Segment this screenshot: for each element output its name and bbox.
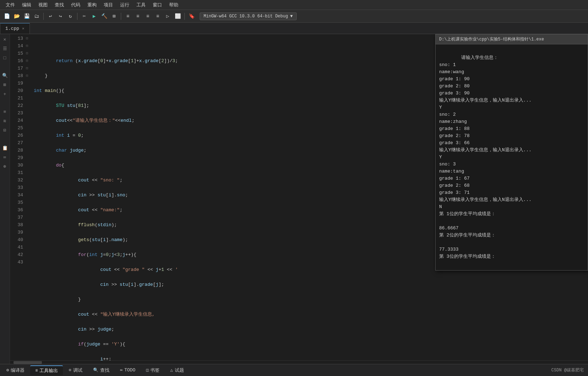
menu-run[interactable]: 运行	[117, 1, 132, 9]
step-over-btn[interactable]: ▷	[163, 12, 172, 21]
code-line-21: do{	[34, 162, 246, 169]
gutter-icon-7[interactable]: ≡	[1, 108, 9, 116]
code-scroll-wrap: 13 14 15 16 17 18 19 20 21 22 23 24 25 2…	[10, 34, 246, 364]
bottom-tab-search-label: 查找	[100, 367, 109, 374]
menu-view[interactable]: 视图	[36, 1, 50, 9]
fold-gutter: ⊟ ⊟ ⊟ ⊟ ⊟	[26, 34, 32, 364]
gutter-icon-5[interactable]: ⊞	[1, 81, 9, 89]
code-line-20: char judge;	[34, 147, 246, 154]
editor-area: 13 14 15 16 17 18 19 20 21 22 23 24 25 2…	[10, 34, 588, 364]
bottom-tab-exam-label: 试题	[175, 367, 184, 374]
todo-icon: ≔	[120, 367, 123, 373]
code-line-26: gets(stu[i].name);	[34, 236, 246, 244]
redo-btn[interactable]: ↪	[56, 12, 65, 21]
bookmark-btn[interactable]: 🔖	[187, 12, 196, 21]
sep1	[43, 13, 44, 20]
bottom-tab-todo[interactable]: ≔ TODO	[115, 366, 140, 374]
code-line-22: cout << "sno: ";	[34, 176, 246, 184]
bottom-tab-compiler[interactable]: ⚙ 编译器	[1, 366, 29, 375]
bottom-tab-tooloutput[interactable]: ≡ 工具输出	[30, 365, 63, 375]
menu-help[interactable]: 帮助	[166, 1, 181, 9]
gutter-icon-10[interactable]: 📋	[1, 144, 9, 152]
search-icon: 🔍	[93, 367, 98, 373]
tab-close-btn[interactable]: ×	[22, 27, 25, 31]
debug-icon: ⊙	[69, 367, 71, 373]
code-line-16: int main(){	[34, 87, 246, 94]
code-line-27: for(int j=0;j<3;j++){	[34, 251, 246, 258]
stop-btn[interactable]: ⬜	[173, 12, 182, 21]
run-btn[interactable]: ▶	[90, 12, 99, 21]
bottom-tab-exam[interactable]: △ 试题	[165, 366, 189, 375]
menu-edit[interactable]: 编辑	[19, 1, 34, 9]
bottom-tab-debug[interactable]: ⊙ 调试	[64, 366, 87, 375]
bottom-bar: ⚙ 编译器 ≡ 工具输出 ⊙ 调试 🔍 查找 ≔ TODO ◫ 书签 △ 试题 …	[0, 364, 588, 376]
save-all-btn[interactable]: 🗂	[32, 12, 41, 21]
scrollbar-horizontal[interactable]	[10, 360, 588, 364]
bottom-tab-bookmark[interactable]: ◫ 书签	[141, 366, 164, 375]
code-line-23: cin >> stu[i].sno;	[34, 191, 246, 199]
bottom-tab-debug-label: 调试	[73, 367, 82, 374]
code-content[interactable]: return (x.grade[0]+x.grade[1]+x.grade[2]…	[32, 34, 246, 364]
tabbar: 1.cpp ×	[0, 23, 588, 34]
open-btn[interactable]: 📂	[12, 12, 21, 21]
indent-btn[interactable]: ≡	[133, 12, 142, 21]
build-config[interactable]: MinGW-w64 GCC 10.3.0 64-bit Debug ▼	[200, 12, 297, 20]
menu-tools[interactable]: 工具	[134, 1, 149, 9]
menu-code[interactable]: 代码	[68, 1, 83, 9]
gutter-icon-3[interactable]: □	[1, 54, 9, 62]
bottom-tab-search[interactable]: 🔍 查找	[88, 366, 114, 375]
gutter-icon-12[interactable]: ⊕	[1, 163, 9, 170]
config-label: MinGW-w64 GCC 10.3.0 64-bit Debug	[204, 14, 288, 19]
code-line-14: return (x.grade[0]+x.grade[1]+x.grade[2]…	[34, 57, 246, 65]
save-btn[interactable]: 💾	[22, 12, 31, 21]
tab-filename: 1.cpp	[5, 26, 19, 31]
format-btn[interactable]: ≡	[123, 12, 133, 21]
left-gutter: ✕ ☰ □ 🔍 ⊞ + ≡ ≋ ⊡ 📋 ≔ ⊕	[0, 34, 10, 364]
menubar: 文件 编辑 视图 查找 代码 重构 项目 运行 工具 窗口 帮助	[0, 0, 588, 10]
terminal-title: D:\上机课实验作业\cpp\实验5-结构体和指针\1.exe	[439, 37, 544, 42]
terminal-popup: D:\上机课实验作业\cpp\实验5-结构体和指针\1.exe 请输入学生信息：…	[435, 34, 588, 271]
cut-btn[interactable]: ✂	[80, 12, 89, 21]
line-numbers: 13 14 15 16 17 18 19 20 21 22 23 24 25 2…	[10, 34, 26, 364]
code-line-24: cout << "name:";	[34, 206, 246, 214]
gutter-icon-2[interactable]: ☰	[1, 45, 9, 53]
gutter-icon-8[interactable]: ≋	[1, 117, 9, 125]
menu-project[interactable]: 项目	[101, 1, 116, 9]
gutter-icon-4[interactable]: 🔍	[1, 72, 9, 80]
menu-find[interactable]: 查找	[52, 1, 67, 9]
bottom-tab-tooloutput-label: 工具输出	[39, 367, 58, 374]
scrollbar-thumb-h	[14, 361, 42, 364]
bottom-tab-todo-label: TODO	[124, 367, 135, 373]
menu-window[interactable]: 窗口	[150, 1, 165, 9]
code-line-17: STU stu[81];	[34, 102, 246, 109]
gutter-icon-11[interactable]: ≔	[1, 153, 9, 161]
bottom-tab-compiler-label: 编译器	[11, 367, 25, 374]
code-line-32: cin >> judge;	[34, 326, 246, 333]
code-line-13	[34, 42, 246, 50]
new-file-btn[interactable]: 📄	[2, 12, 11, 21]
main-area: ✕ ☰ □ 🔍 ⊞ + ≡ ≋ ⊡ 📋 ≔ ⊕ 13 14 15 16 17 1…	[0, 34, 588, 364]
tab-cpp[interactable]: 1.cpp ×	[0, 23, 30, 34]
code-line-18: cout<<"请输入学生信息："<<endl;	[34, 117, 246, 124]
status-right: CSDN @碳基肥宅	[551, 367, 587, 373]
grid-btn[interactable]: ⊞	[109, 12, 119, 21]
menu-file[interactable]: 文件	[3, 1, 18, 9]
terminal-body: 请输入学生信息： sno: 1 name:wang grade 1: 90 gr…	[436, 44, 588, 270]
menu-refactor[interactable]: 重构	[85, 1, 99, 9]
sep4	[184, 13, 185, 20]
code-line-25: fflush(stdin);	[34, 221, 246, 229]
gutter-icon-1[interactable]: ✕	[1, 36, 9, 43]
build-run-btn[interactable]: 🔨	[99, 12, 109, 21]
sep3	[121, 13, 121, 20]
config-dropdown-icon: ▼	[290, 14, 293, 19]
undo-btn[interactable]: ↩	[46, 12, 55, 21]
compiler-icon: ⚙	[6, 367, 9, 373]
gutter-icon-6[interactable]: +	[1, 90, 9, 98]
code-line-29: cin >> stu[i].grade[j];	[34, 281, 246, 288]
refresh-btn[interactable]: ↻	[66, 12, 75, 21]
unindent-btn[interactable]: ≡	[143, 12, 152, 21]
terminal-title-bar: D:\上机课实验作业\cpp\实验5-结构体和指针\1.exe	[436, 34, 588, 44]
toggle-btn[interactable]: ≡	[153, 12, 162, 21]
code-line-33: if(judge == 'Y'){	[34, 340, 246, 348]
gutter-icon-9[interactable]: ⊡	[1, 126, 9, 134]
